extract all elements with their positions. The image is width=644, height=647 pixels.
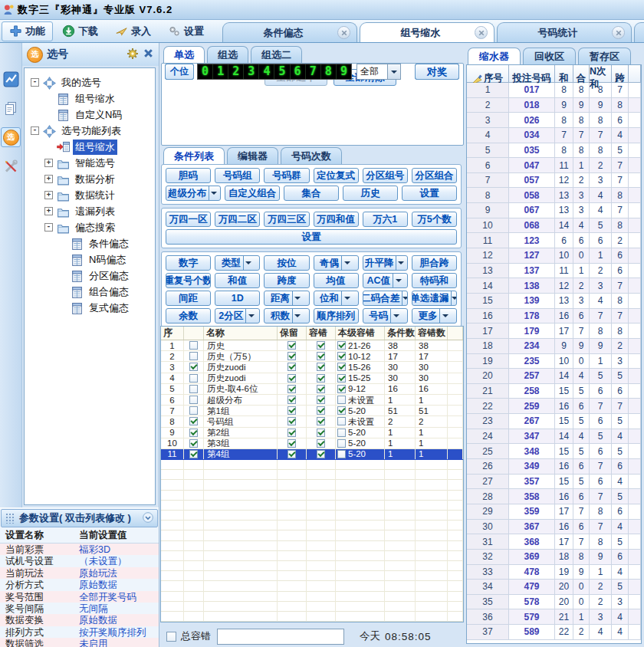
- condition-button[interactable]: 万四二区: [215, 212, 260, 227]
- condition-row[interactable]: 11 第4组 5-20 1 1: [161, 449, 463, 460]
- level-tolerance-checkbox[interactable]: [337, 439, 346, 448]
- condition-dropdown-arrow-icon[interactable]: [341, 256, 352, 270]
- bet-row[interactable]: 12 127 10 0 1 6: [467, 248, 641, 264]
- level-tolerance-checkbox[interactable]: [337, 385, 346, 393]
- toolbar-button[interactable]: 下载: [54, 21, 106, 41]
- condition-button[interactable]: 万六1: [363, 212, 408, 227]
- bet-row[interactable]: 15 139 13 3 4 8: [467, 294, 641, 309]
- trend-chart-icon[interactable]: [1, 69, 21, 89]
- bet-row[interactable]: 35 578 20 0 2 3: [467, 595, 641, 610]
- condition-button[interactable]: 重复号个数: [166, 273, 211, 288]
- keep-checkbox[interactable]: [288, 429, 296, 437]
- row-action-button[interactable]: 对奖: [415, 64, 459, 80]
- condition-button[interactable]: 号码: [363, 308, 408, 324]
- dropdown-arrow-icon[interactable]: [387, 64, 400, 79]
- panel-close-icon[interactable]: [143, 48, 154, 61]
- condition-tab[interactable]: 条件列表: [163, 147, 225, 164]
- bet-row[interactable]: 30 367 16 6 7 4: [467, 520, 641, 535]
- params-row[interactable]: 排列方式 按开奖顺序排列: [0, 626, 159, 638]
- condition-dropdown-arrow-icon[interactable]: [245, 309, 256, 323]
- condition-row[interactable]: 4 历史zuodi 15-25 30 30: [161, 373, 463, 384]
- condition-dropdown-arrow-icon[interactable]: [292, 309, 303, 323]
- bet-row[interactable]: 5 035 8 8 8 5: [467, 143, 641, 159]
- params-row[interactable]: 数据变换 原始数据: [0, 614, 159, 626]
- tolerance-checkbox[interactable]: [317, 385, 325, 393]
- level-tolerance-checkbox[interactable]: [337, 341, 346, 350]
- tolerance-checkbox[interactable]: [317, 363, 325, 371]
- condition-select-checkbox[interactable]: [189, 406, 198, 415]
- led-digit[interactable]: 7: [306, 64, 321, 79]
- condition-button[interactable]: 顺序排列: [314, 308, 359, 324]
- panel-gear-icon[interactable]: [127, 48, 139, 62]
- condition-row[interactable]: 2 历史（万5） 10-12 17 17: [161, 351, 463, 362]
- level-tolerance-checkbox[interactable]: [337, 352, 346, 360]
- keep-checkbox[interactable]: [288, 450, 296, 458]
- condition-button[interactable]: 胆合跨: [412, 255, 457, 271]
- bet-row[interactable]: 20 257 14 4 5 5: [467, 369, 641, 384]
- condition-button[interactable]: 均值: [314, 273, 359, 288]
- document-tab[interactable]: 条件偏态: [222, 22, 357, 42]
- condition-button[interactable]: 升平降: [363, 255, 408, 271]
- tree-item[interactable]: 分区偏态: [25, 268, 155, 284]
- keep-checkbox[interactable]: [288, 374, 296, 383]
- report-pages-icon[interactable]: [1, 98, 21, 118]
- level-tolerance-checkbox[interactable]: [337, 450, 346, 458]
- condition-dropdown-arrow-icon[interactable]: [439, 309, 450, 323]
- tree-item[interactable]: + 数据统计: [25, 187, 155, 203]
- condition-button[interactable]: 分区组合: [412, 168, 457, 183]
- level-tolerance-checkbox[interactable]: [337, 374, 346, 383]
- tree-expander[interactable]: +: [44, 159, 53, 167]
- toolbar-button[interactable]: 设置: [160, 21, 212, 41]
- condition-select-checkbox[interactable]: [189, 374, 198, 383]
- bet-row[interactable]: 13 137 11 1 2 6: [467, 264, 641, 279]
- document-tab[interactable]: 号码统计: [497, 22, 632, 42]
- condition-button[interactable]: 万四三区: [264, 212, 309, 227]
- condition-button[interactable]: AC值: [363, 273, 408, 288]
- keep-checkbox[interactable]: [288, 396, 296, 404]
- params-row[interactable]: 数据筛选 未启用: [0, 638, 159, 647]
- condition-button[interactable]: 单选遗漏: [412, 291, 457, 306]
- tree-item[interactable]: 组号缩水: [25, 90, 155, 107]
- tree-expander[interactable]: +: [44, 175, 53, 183]
- condition-select-checkbox[interactable]: [189, 450, 198, 458]
- keep-checkbox[interactable]: [288, 385, 296, 393]
- bet-row[interactable]: 18 234 9 9 9 2: [467, 339, 641, 354]
- position-button[interactable]: 个位: [165, 64, 194, 80]
- params-row[interactable]: 试机号设置 （未设置）: [0, 555, 159, 567]
- condition-button[interactable]: 万四和值: [314, 212, 359, 227]
- keep-checkbox[interactable]: [288, 352, 296, 360]
- tolerance-checkbox[interactable]: [317, 450, 325, 458]
- tab-close-icon[interactable]: [475, 26, 488, 39]
- tree-item[interactable]: + 数据分析: [25, 171, 155, 187]
- condition-dropdown-arrow-icon[interactable]: [390, 309, 401, 323]
- condition-dropdown-arrow-icon[interactable]: [341, 291, 352, 305]
- condition-button[interactable]: 距离: [264, 291, 309, 306]
- bet-row[interactable]: 36 579 21 1 3 4: [467, 609, 641, 625]
- tree-item[interactable]: N码偏态: [25, 251, 155, 268]
- tree-expander[interactable]: -: [44, 223, 53, 232]
- bet-row[interactable]: 33 478 19 9 1 4: [467, 565, 641, 580]
- condition-select-checkbox[interactable]: [189, 363, 198, 371]
- condition-button[interactable]: 2分区: [215, 308, 260, 324]
- bet-row[interactable]: 4 034 7 7 7 4: [467, 128, 641, 143]
- condition-dropdown-arrow-icon[interactable]: [393, 274, 403, 287]
- tree-expander[interactable]: -: [31, 126, 39, 135]
- condition-select-checkbox[interactable]: [189, 396, 198, 404]
- params-row[interactable]: 奖号范围 全部开奖号码: [0, 591, 159, 603]
- condition-button[interactable]: 更多: [412, 308, 457, 324]
- bet-row[interactable]: 16 178 16 6 7 7: [467, 309, 641, 324]
- condition-dropdown-arrow-icon[interactable]: [292, 291, 303, 305]
- condition-button[interactable]: 历史: [343, 186, 398, 201]
- condition-button[interactable]: 胆码: [166, 168, 211, 183]
- bet-row[interactable]: 3 026 8 8 8 6: [467, 113, 641, 128]
- condition-button[interactable]: 自定义组合: [225, 186, 280, 201]
- condition-dropdown-arrow-icon[interactable]: [451, 291, 457, 305]
- params-panel-header[interactable]: 参数设置( 双击列表修改 ): [1, 509, 158, 527]
- led-digit[interactable]: 4: [259, 64, 274, 79]
- level-tolerance-checkbox[interactable]: [337, 363, 346, 371]
- tools-icon[interactable]: [1, 156, 21, 176]
- tree-expander[interactable]: +: [44, 207, 53, 215]
- led-digit[interactable]: 3: [244, 64, 259, 79]
- bet-row[interactable]: 14 138 12 2 3 7: [467, 278, 641, 294]
- condition-button[interactable]: 位和: [314, 291, 359, 306]
